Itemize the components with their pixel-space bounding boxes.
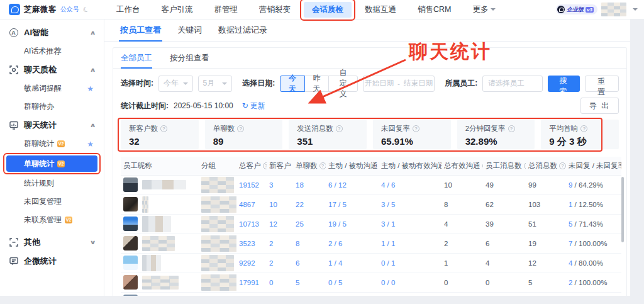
active-passive-effective-cell[interactable]: 3 / 1 — [379, 214, 441, 234]
active-passive-cell[interactable]: 19 / 5 — [326, 214, 379, 234]
sidebar-group-3[interactable]: 聊天质检∧ — [0, 60, 104, 79]
year-select-value: 今年 — [164, 78, 179, 89]
year-select[interactable]: 今年 — [158, 76, 193, 92]
new-customers-cell[interactable]: 2 — [267, 253, 293, 273]
active-passive-cell[interactable]: 0 / 5 — [326, 273, 379, 292]
date-button-2[interactable]: 昨天 — [304, 76, 330, 92]
single-chats-cell[interactable]: 22 — [293, 194, 326, 214]
month-select[interactable]: 5月 — [198, 76, 233, 92]
help-icon[interactable]: ? — [508, 125, 515, 132]
reset-button[interactable]: 重 置 — [585, 76, 619, 92]
account-area[interactable]: 企业版 v3 — [556, 3, 644, 16]
date-button-1[interactable]: 今天 — [280, 76, 305, 92]
user-avatar[interactable] — [601, 3, 626, 16]
sidebar-item-9[interactable]: 统计规则 — [0, 174, 104, 193]
plan-badge: 企业版 v3 — [556, 4, 597, 14]
new-customers-cell[interactable] — [267, 292, 293, 296]
sidebar-group-6[interactable]: 聊天统计∧ — [0, 116, 104, 135]
unreplied-cell: 5 / 71.43% — [566, 214, 621, 234]
table-scrollbar[interactable] — [621, 177, 624, 242]
chevron-down-icon[interactable] — [633, 8, 638, 11]
employee-name-cell — [121, 273, 199, 292]
active-passive-cell[interactable] — [326, 292, 379, 296]
star-icon[interactable]: ★ — [87, 84, 94, 93]
new-customers-cell[interactable]: 3 — [267, 175, 293, 194]
nav-item-1[interactable]: 工作台 — [108, 2, 148, 18]
start-date-placeholder: 开始日期 — [365, 79, 394, 88]
nav-item-7[interactable]: 销售CRM — [409, 2, 459, 18]
date-range-input[interactable]: 开始日期 - 结束日期 — [363, 76, 435, 92]
total-customers-cell[interactable]: 10713 — [236, 214, 267, 234]
active-passive-cell[interactable]: 2 / 6 — [326, 234, 379, 253]
date-button-3[interactable]: 自定义 — [328, 76, 357, 92]
search-button[interactable]: 搜 索 — [548, 76, 580, 92]
new-customers-cell[interactable]: 2 — [267, 234, 293, 253]
active-passive-effective-cell[interactable]: 4 / 6 — [379, 175, 441, 194]
nav-item-2[interactable]: 客户引流 — [153, 2, 201, 18]
tab-3[interactable]: 数据过滤记录 — [218, 20, 267, 42]
active-passive-cell[interactable]: 6 / 12 — [326, 175, 379, 194]
nav-item-4[interactable]: 营销裂变 — [251, 2, 299, 18]
nav-item-8[interactable]: 更多 — [464, 2, 504, 18]
active-passive-effective-cell[interactable]: 0 / 0 — [379, 273, 441, 292]
group-cell — [199, 214, 236, 234]
subtab-1[interactable]: 全部员工 — [121, 48, 152, 69]
employee-select-input[interactable]: 请选择员工 — [482, 76, 542, 92]
single-chats-cell[interactable]: 6 — [293, 253, 326, 273]
nav-item-6[interactable]: 数据互通 — [357, 2, 404, 18]
active-passive-cell[interactable]: 17 / 5 — [326, 194, 379, 214]
sidebar-item-5[interactable]: 群聊待办 — [0, 98, 104, 116]
nav-item-5[interactable]: 会话质检 — [304, 2, 352, 18]
active-passive-effective-cell[interactable]: 1 / 1 — [379, 234, 441, 253]
help-icon[interactable]: ? — [413, 125, 419, 132]
tab-1[interactable]: 按员工查看 — [120, 20, 161, 42]
dark-mode-icon[interactable]: ☾ — [82, 4, 91, 14]
help-icon[interactable]: ? — [237, 125, 244, 132]
active-passive-cell[interactable]: 1 / 4 — [326, 253, 379, 273]
total-effective-cell: 10 — [441, 175, 483, 194]
active-passive-effective-cell[interactable] — [379, 292, 441, 296]
table-row: 4867102217 / 53 / 58621031 / 12.50% — [121, 194, 621, 214]
active-passive-effective-cell[interactable]: 3 / 5 — [379, 194, 441, 214]
new-customers-cell[interactable]: 12 — [267, 214, 293, 234]
active-passive-effective-cell[interactable]: 0 / 1 — [379, 253, 441, 273]
sidebar-item-11[interactable]: 未联系管理V2 — [0, 211, 104, 229]
sidebar-item-10[interactable]: 未回复管理 — [0, 193, 104, 211]
sidebar-item-8[interactable]: 单聊统计V2 — [6, 155, 97, 172]
total-customers-cell[interactable]: 4867 — [236, 194, 267, 214]
help-icon[interactable]: ? — [160, 125, 167, 132]
subtab-2[interactable]: 按分组查看 — [170, 48, 209, 69]
help-icon[interactable]: ? — [524, 162, 526, 169]
single-chats-cell[interactable]: 25 — [293, 214, 326, 234]
sidebar-item-2[interactable]: AI话术推荐 — [0, 42, 104, 60]
refresh-link[interactable]: ↻ 更新 — [242, 101, 265, 111]
export-button[interactable]: 导 出 — [580, 98, 619, 114]
single-chats-cell[interactable]: 5 — [293, 273, 326, 292]
help-icon[interactable]: ? — [263, 162, 267, 169]
single-chats-cell[interactable]: 18 — [293, 175, 326, 194]
new-customers-cell[interactable]: 0 — [267, 273, 293, 292]
total-customers-cell[interactable]: 19152 — [236, 175, 267, 194]
chevron-up-icon: ∧ — [89, 30, 96, 36]
tab-2[interactable]: 关键词 — [177, 20, 202, 42]
total-customers-cell[interactable] — [236, 292, 267, 296]
total-customers-cell[interactable]: 17991 — [236, 273, 267, 292]
sidebar-group-12[interactable]: 其他∨ — [0, 233, 104, 252]
help-icon[interactable]: ? — [319, 162, 326, 169]
single-chats-cell[interactable]: 8 — [293, 234, 326, 253]
sidebar-item-7[interactable]: 群聊统计V2★ — [0, 135, 104, 153]
column-header-8: 总有效沟通? — [441, 157, 483, 175]
help-icon[interactable]: ? — [559, 162, 566, 169]
total-customers-cell[interactable]: 3523 — [236, 234, 267, 253]
help-icon[interactable]: ? — [580, 125, 587, 132]
single-chats-cell[interactable] — [293, 292, 326, 296]
column-label: 员工消息数 — [486, 161, 522, 171]
sidebar-group-1[interactable]: AAI智能∧ — [0, 23, 104, 42]
sidebar-item-4[interactable]: 敏感词提醒★ — [0, 79, 104, 98]
nav-item-3[interactable]: 群管理 — [206, 2, 247, 18]
help-icon[interactable]: ? — [336, 125, 343, 132]
star-icon[interactable]: ★ — [87, 140, 94, 149]
sidebar-group-13[interactable]: 企微统计 — [0, 252, 104, 271]
total-customers-cell[interactable]: 9292 — [236, 253, 267, 273]
new-customers-cell[interactable]: 10 — [267, 194, 293, 214]
